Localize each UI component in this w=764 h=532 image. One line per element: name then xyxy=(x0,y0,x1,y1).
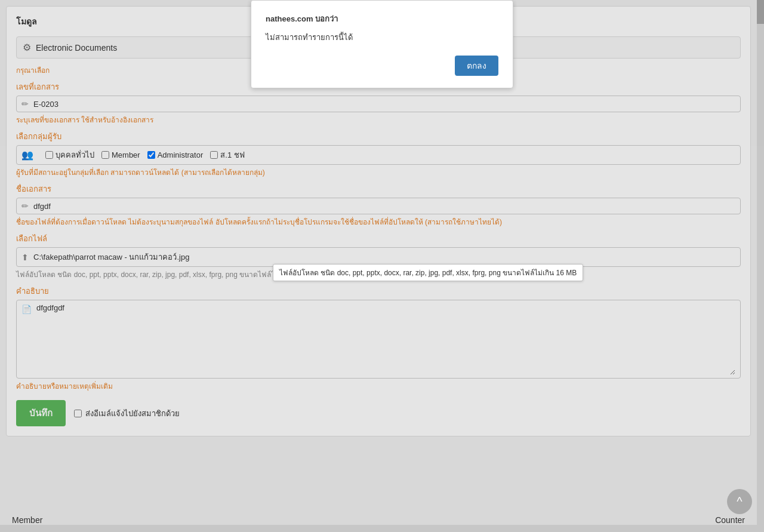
modal-ok-button[interactable]: ตกลง xyxy=(455,56,498,76)
modal-message: ไม่สามารถทำรายการนี้ได้ xyxy=(266,31,498,44)
modal-site: nathees.com บอกว่า xyxy=(266,13,498,25)
file-tooltip: ไฟล์อัปโหลด ชนิด doc, ppt, pptx, docx, r… xyxy=(273,264,583,281)
modal-button-row: ตกลง xyxy=(266,56,498,76)
modal-box: nathees.com บอกว่า ไม่สามารถทำรายการนี้ไ… xyxy=(251,0,513,88)
modal-overlay: nathees.com บอกว่า ไม่สามารถทำรายการนี้ไ… xyxy=(0,0,764,448)
